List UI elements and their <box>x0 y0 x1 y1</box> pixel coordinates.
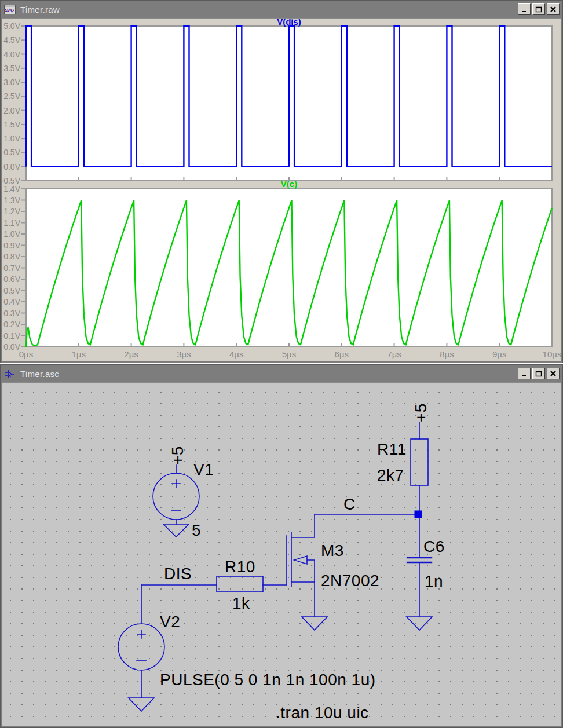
ground-symbol-v1[interactable] <box>163 524 189 537</box>
plus-sign <box>172 480 180 488</box>
maximize-button[interactable] <box>532 3 545 15</box>
x-tick-label: 7µs <box>387 349 401 359</box>
y-tick-label: 1.0V <box>3 229 20 239</box>
minimize-button[interactable] <box>518 368 531 379</box>
ground-symbol-v2[interactable] <box>129 698 154 711</box>
schematic-titlebar[interactable]: Timer.asc <box>2 366 561 381</box>
y-tick-label: 1.2V <box>3 207 20 216</box>
c6-name-label[interactable]: C6 <box>423 537 445 555</box>
y-tick-label: 0.6V <box>3 275 20 284</box>
window-title: Timer.raw <box>20 5 60 14</box>
y-tick-label: 3.0V <box>3 78 20 87</box>
maximize-button[interactable] <box>532 368 545 379</box>
r11-value-label[interactable]: 2k7 <box>377 466 404 484</box>
y-tick-label: 0.3V <box>3 309 20 318</box>
x-tick-label: 6µs <box>335 349 349 359</box>
m3-value-label[interactable]: 2N7002 <box>321 572 379 590</box>
y-tick-label: 5.0V <box>3 21 20 31</box>
window-title: Timer.asc <box>20 369 59 379</box>
x-tick-label: 9µs <box>492 349 507 359</box>
m3-nmos-transistor[interactable] <box>286 514 315 617</box>
waveform-file-icon <box>4 5 16 14</box>
schematic-canvas[interactable]: +5 V1 5 V2 PULSE(0 5 0 1n 1n 100n 1u) DI… <box>2 382 561 726</box>
wire-junction <box>415 511 422 518</box>
minimize-icon <box>521 370 528 377</box>
y-tick-label: 1.5V <box>3 120 20 129</box>
y-tick-label: 0.4V <box>3 297 20 306</box>
net-label-c[interactable]: C <box>343 495 356 513</box>
close-button[interactable] <box>547 3 560 15</box>
r10-resistor[interactable] <box>217 576 263 592</box>
x-tick-label: 4µs <box>229 349 244 359</box>
y-tick-label: 0.0V <box>3 342 20 352</box>
x-tick-label: 10µs <box>543 349 561 359</box>
spice-directive[interactable]: .tran 10u uic <box>276 704 369 722</box>
y-tick-label: 4.5V <box>3 35 20 45</box>
plot-area[interactable]: V(dis)5.0V4.5V4.0V3.5V3.0V2.5V2.0V1.5V1.… <box>2 18 561 361</box>
close-icon <box>550 370 557 377</box>
y-tick-label: 0.8V <box>3 252 20 261</box>
r11-name-label[interactable]: R11 <box>377 440 407 458</box>
r11-resistor[interactable] <box>411 439 428 485</box>
x-tick-label: 0µs <box>19 349 34 359</box>
y-tick-label: 0.5V <box>3 148 20 157</box>
y-tick-label: 1.3V <box>3 196 20 205</box>
v1-value-label[interactable]: 5 <box>192 521 201 539</box>
y-tick-label: 0.2V <box>3 320 20 329</box>
r10-name-label[interactable]: R10 <box>225 558 255 576</box>
v1-voltage-source[interactable] <box>153 465 199 524</box>
plus-sign <box>137 630 145 638</box>
minimize-button[interactable] <box>518 3 531 15</box>
m3-name-label[interactable]: M3 <box>321 542 344 559</box>
y-tick-label: 0.9V <box>3 241 20 250</box>
y-tick-label: 1.0V <box>3 134 20 143</box>
drain-lead <box>291 514 315 537</box>
ground-symbol-c6[interactable] <box>407 617 432 630</box>
v2-voltage-source[interactable] <box>118 585 164 698</box>
net-label-plus5-r11[interactable]: +5 <box>412 403 430 422</box>
net-label-dis[interactable]: DIS <box>164 565 192 583</box>
y-tick-label: 0.1V <box>3 331 20 341</box>
y-tick-label: 2.5V <box>3 92 20 101</box>
v2-name-label[interactable]: V2 <box>160 613 180 631</box>
c6-value-label[interactable]: 1n <box>425 572 443 590</box>
waveform-titlebar[interactable]: Timer.raw <box>2 2 561 17</box>
y-tick-label: 0.0V <box>3 162 20 171</box>
schematic-file-icon <box>4 369 16 379</box>
net-label-plus5-v1[interactable]: +5 <box>169 446 187 465</box>
x-tick-label: 1µs <box>72 349 86 359</box>
y-tick-label: 0.7V <box>3 264 20 273</box>
y-tick-label: 4.0V <box>3 50 20 59</box>
close-icon <box>550 6 557 13</box>
close-button[interactable] <box>547 368 560 379</box>
waveform-window: Timer.raw V(dis)5.0V4.5V4.0V3.5V3.0V2.5V… <box>0 0 563 363</box>
plot-pane-frame[interactable] <box>26 189 552 347</box>
y-tick-label: 3.5V <box>3 64 20 73</box>
trace-title[interactable]: V(c) <box>281 179 297 189</box>
v1-name-label[interactable]: V1 <box>193 460 214 478</box>
minimize-icon <box>521 6 528 13</box>
x-tick-label: 8µs <box>440 349 454 359</box>
y-tick-label: 1.4V <box>3 184 20 193</box>
y-tick-label: 2.0V <box>3 106 20 115</box>
x-tick-label: 2µs <box>124 349 138 359</box>
x-tick-label: 3µs <box>177 349 191 359</box>
y-tick-label: 1.1V <box>3 218 20 228</box>
r10-value-label[interactable]: 1k <box>232 594 250 612</box>
schematic-window: Timer.asc <box>0 364 563 728</box>
ground-symbol-m3[interactable] <box>302 617 327 630</box>
x-tick-label: 5µs <box>282 349 297 359</box>
source-lead <box>291 582 315 617</box>
maximize-icon <box>535 6 542 13</box>
v2-value-label[interactable]: PULSE(0 5 0 1n 1n 100n 1u) <box>160 671 376 689</box>
maximize-icon <box>535 370 542 377</box>
body-arrow <box>294 556 315 582</box>
y-tick-label: 0.5V <box>3 286 20 295</box>
